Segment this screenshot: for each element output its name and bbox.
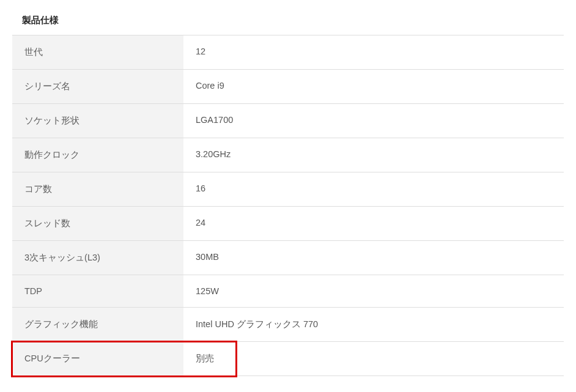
- spec-value: 24: [183, 207, 564, 240]
- table-row: CPUクーラー 別売: [12, 342, 564, 376]
- table-row: コア数 16: [12, 172, 564, 207]
- table-row: ソケット形状 LGA1700: [12, 104, 564, 138]
- table-row: 動作クロック 3.20GHz: [12, 138, 564, 172]
- spec-label: 世代: [12, 35, 183, 69]
- spec-value: 125W: [183, 275, 564, 307]
- spec-label: ソケット形状: [12, 104, 183, 138]
- spec-label: スレッド数: [12, 207, 183, 240]
- spec-label: コア数: [12, 172, 183, 206]
- spec-value: 30MB: [183, 241, 564, 275]
- spec-value: LGA1700: [183, 104, 564, 138]
- table-row: 3次キャッシュ(L3) 30MB: [12, 241, 564, 275]
- spec-value: 12: [183, 35, 564, 69]
- table-row: TDP 125W: [12, 275, 564, 308]
- spec-label: グラフィック機能: [12, 308, 183, 341]
- spec-value: 3.20GHz: [183, 138, 564, 172]
- spec-value: Intel UHD グラフィックス 770: [183, 308, 564, 341]
- table-row: 世代 12: [12, 35, 564, 70]
- table-row: シリーズ名 Core i9: [12, 70, 564, 104]
- spec-label: 3次キャッシュ(L3): [12, 241, 183, 275]
- spec-label: CPUクーラー: [12, 342, 183, 375]
- spec-container: 製品仕様 世代 12 シリーズ名 Core i9 ソケット形状 LGA1700 …: [12, 6, 564, 376]
- spec-value: 16: [183, 172, 564, 206]
- spec-label: シリーズ名: [12, 70, 183, 103]
- spec-title: 製品仕様: [12, 6, 564, 35]
- table-row: スレッド数 24: [12, 207, 564, 241]
- spec-label: 動作クロック: [12, 138, 183, 172]
- spec-value: 別売: [183, 342, 564, 375]
- spec-value: Core i9: [183, 70, 564, 103]
- table-row: グラフィック機能 Intel UHD グラフィックス 770: [12, 308, 564, 342]
- spec-table: 世代 12 シリーズ名 Core i9 ソケット形状 LGA1700 動作クロッ…: [12, 35, 564, 376]
- spec-label: TDP: [12, 275, 183, 307]
